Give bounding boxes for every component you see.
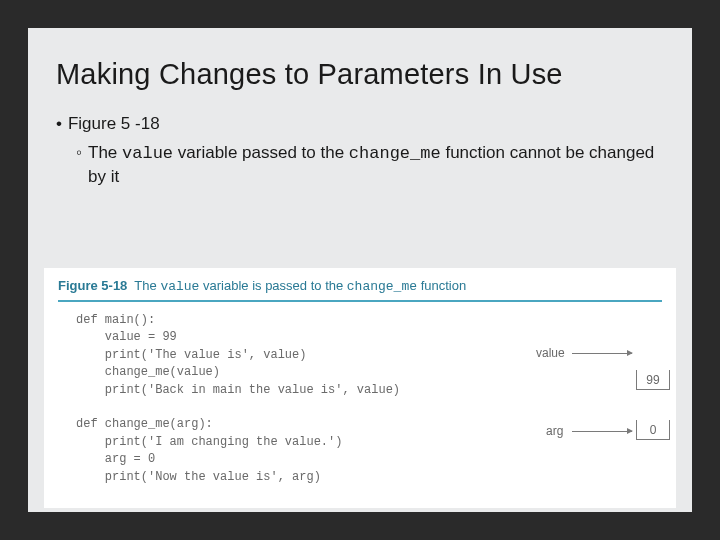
label-value: value — [536, 346, 565, 360]
figure-caption-code1: value — [160, 279, 199, 294]
bullet2-code2: change_me — [349, 144, 441, 163]
slide: Making Changes to Parameters In Use Figu… — [28, 28, 692, 512]
figure-caption-code2: change_me — [347, 279, 417, 294]
bullet2-text: The value variable passed to the change_… — [88, 142, 658, 189]
arrow-icon — [572, 431, 632, 432]
figure-caption-pre: The — [134, 278, 160, 293]
figure-divider — [58, 300, 662, 302]
arrow-icon — [572, 353, 632, 354]
diagram-column: value 99 arg 0 — [466, 312, 662, 486]
bullet-ring-icon — [76, 142, 82, 189]
bullet1-text: Figure 5 -18 — [68, 113, 160, 136]
box-arg: 0 — [636, 420, 670, 440]
bullet-dot-icon — [56, 113, 62, 136]
figure-caption-mid: variable is passed to the — [199, 278, 346, 293]
figure-caption-post: function — [417, 278, 466, 293]
code-listing: def main(): value = 99 print('The value … — [58, 312, 448, 486]
figure-caption-label: Figure 5-18 — [58, 278, 127, 293]
figure-panel: Figure 5-18 The value variable is passed… — [44, 268, 676, 508]
figure-body: def main(): value = 99 print('The value … — [58, 312, 662, 486]
slide-title: Making Changes to Parameters In Use — [28, 28, 692, 99]
slide-body: Figure 5 -18 The value variable passed t… — [28, 99, 692, 189]
box-value: 99 — [636, 370, 670, 390]
label-arg: arg — [546, 424, 563, 438]
bullet-level-1: Figure 5 -18 — [56, 113, 664, 136]
bullet2-mid: variable passed to the — [173, 143, 349, 162]
bullet-level-2: The value variable passed to the change_… — [76, 142, 664, 189]
figure-caption: Figure 5-18 The value variable is passed… — [58, 278, 662, 300]
bullet2-pre: The — [88, 143, 122, 162]
bullet2-code1: value — [122, 144, 173, 163]
